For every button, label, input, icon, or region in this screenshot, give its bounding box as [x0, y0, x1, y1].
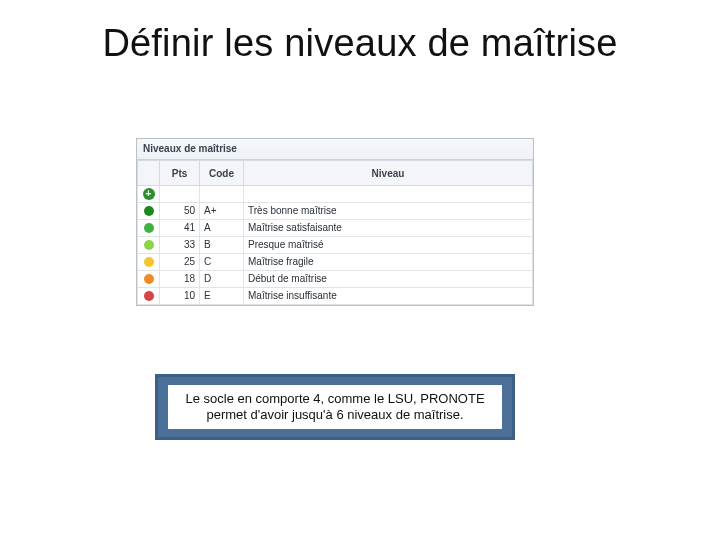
level-code: E	[200, 288, 244, 305]
level-pts: 41	[160, 220, 200, 237]
plus-icon: +	[143, 188, 155, 200]
slide-title: Définir les niveaux de maîtrise	[0, 22, 720, 65]
level-color-cell	[138, 237, 160, 254]
table-row: 25 C Maîtrise fragile	[138, 254, 533, 271]
level-code: A+	[200, 203, 244, 220]
note-line1: Le socle en comporte 4, comme le LSU, PR…	[185, 391, 484, 406]
slide: Définir les niveaux de maîtrise Niveaux …	[0, 0, 720, 540]
note-line2: permet d'avoir jusqu'à 6 niveaux de maît…	[206, 407, 463, 422]
add-level-cell[interactable]: +	[138, 186, 160, 203]
table-row: 18 D Début de maîtrise	[138, 271, 533, 288]
note-box: Le socle en comporte 4, comme le LSU, PR…	[155, 374, 515, 440]
level-color-cell	[138, 220, 160, 237]
level-pts: 33	[160, 237, 200, 254]
level-color-cell	[138, 254, 160, 271]
levels-table: Pts Code Niveau + 50 A+	[137, 160, 533, 305]
level-pts: 18	[160, 271, 200, 288]
add-row-pts	[160, 186, 200, 203]
level-color-cell	[138, 203, 160, 220]
level-color-dot	[144, 223, 154, 233]
level-pts: 50	[160, 203, 200, 220]
col-header-niveau: Niveau	[244, 161, 533, 186]
level-color-dot	[144, 257, 154, 267]
level-color-cell	[138, 271, 160, 288]
level-code: B	[200, 237, 244, 254]
add-row: +	[138, 186, 533, 203]
level-code: C	[200, 254, 244, 271]
col-header-pts: Pts	[160, 161, 200, 186]
add-row-code	[200, 186, 244, 203]
level-name: Maîtrise satisfaisante	[244, 220, 533, 237]
level-color-dot	[144, 274, 154, 284]
note-text: Le socle en comporte 4, comme le LSU, PR…	[168, 385, 502, 430]
col-header-icon	[138, 161, 160, 186]
level-pts: 10	[160, 288, 200, 305]
level-pts: 25	[160, 254, 200, 271]
level-color-dot	[144, 206, 154, 216]
level-code: A	[200, 220, 244, 237]
table-row: 33 B Presque maîtrisé	[138, 237, 533, 254]
levels-panel: Niveaux de maîtrise Pts Code Niveau +	[136, 138, 534, 306]
add-row-niveau	[244, 186, 533, 203]
level-name: Presque maîtrisé	[244, 237, 533, 254]
panel-header: Niveaux de maîtrise	[137, 139, 533, 160]
table-row: 41 A Maîtrise satisfaisante	[138, 220, 533, 237]
level-name: Très bonne maîtrise	[244, 203, 533, 220]
level-name: Début de maîtrise	[244, 271, 533, 288]
level-color-dot	[144, 291, 154, 301]
level-color-dot	[144, 240, 154, 250]
table-row: 10 E Maîtrise insuffisante	[138, 288, 533, 305]
level-name: Maîtrise fragile	[244, 254, 533, 271]
level-code: D	[200, 271, 244, 288]
level-name: Maîtrise insuffisante	[244, 288, 533, 305]
table-row: 50 A+ Très bonne maîtrise	[138, 203, 533, 220]
level-color-cell	[138, 288, 160, 305]
table-header-row: Pts Code Niveau	[138, 161, 533, 186]
col-header-code: Code	[200, 161, 244, 186]
